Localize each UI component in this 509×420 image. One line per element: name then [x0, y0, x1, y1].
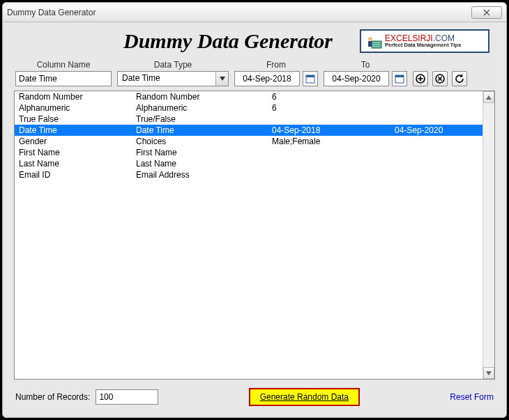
list-row[interactable]: Email IDEmail Address [15, 169, 494, 180]
window-title: Dummy Data Generator [7, 8, 471, 17]
list-cell-type: Random Number [136, 91, 272, 102]
scrollbar[interactable] [483, 91, 494, 379]
window: Dummy Data Generator Dummy Data Generato… [2, 2, 507, 418]
list-cell-type: True/False [136, 114, 272, 125]
app-title: Dummy Data Generator [96, 29, 360, 53]
list-cell-from: 6 [272, 91, 395, 102]
refresh-button[interactable] [452, 71, 467, 86]
logo: EXCELSIRJI.COM Perfect Data Management T… [360, 29, 489, 53]
logo-tagline: Perfect Data Management Tips [385, 42, 461, 48]
chevron-up-icon [486, 95, 492, 100]
column-name-input[interactable] [15, 71, 112, 86]
list-cell-to: 04-Sep-2020 [395, 125, 490, 136]
to-date-input[interactable] [324, 71, 389, 86]
list-cell-name: First Name [19, 147, 136, 158]
plus-circle-icon [416, 74, 425, 84]
list-cell-type: Alphanumeric [136, 102, 272, 114]
from-date-picker-button[interactable] [303, 71, 318, 86]
generate-wrap: Generate Random Data [164, 388, 444, 406]
combo-dropdown-button[interactable] [215, 72, 228, 86]
list-row[interactable]: Random NumberRandom Number6 [15, 91, 494, 102]
list-cell-from: 6 [272, 102, 395, 114]
x-circle-icon [435, 74, 445, 84]
list-cell-type: First Name [136, 147, 272, 158]
scrollbar-down-button[interactable] [483, 367, 494, 379]
logo-icon [365, 33, 382, 49]
rows-list[interactable]: Random NumberRandom Number6AlphanumericA… [14, 91, 495, 380]
num-records-label: Number of Records: [15, 392, 90, 402]
list-cell-to [395, 136, 490, 147]
from-label: From [234, 60, 318, 70]
svg-rect-7 [306, 75, 314, 77]
data-type-label: Data Type [117, 60, 229, 70]
generate-button[interactable]: Generate Random Data [249, 388, 360, 406]
list-row[interactable]: Date TimeDate Time04-Sep-201804-Sep-2020 [15, 125, 494, 136]
list-cell-type: Choices [136, 136, 272, 147]
scrollbar-track[interactable] [483, 103, 494, 367]
reset-link[interactable]: Reset Form [450, 392, 494, 402]
list-cell-to [395, 114, 490, 125]
svg-point-1 [368, 37, 372, 41]
action-buttons [413, 71, 467, 86]
list-cell-to [395, 147, 490, 158]
to-date-group [324, 71, 407, 86]
data-type-combo[interactable]: Date Time [117, 71, 229, 86]
svg-rect-15 [395, 75, 404, 77]
list-row[interactable]: AlphanumericAlphanumeric6 [15, 102, 494, 114]
inputs-row: Date Time [14, 71, 495, 91]
refresh-icon [455, 74, 464, 84]
list-cell-type: Last Name [136, 158, 272, 169]
header-row: Dummy Data Generator EXCELSIRJI.COM Perf… [14, 28, 495, 60]
list-cell-name: Gender [19, 136, 136, 147]
list-cell-name: Random Number [19, 91, 136, 102]
calendar-icon [395, 74, 404, 84]
remove-button[interactable] [432, 71, 448, 86]
list-row[interactable]: True FalseTrue/False [15, 114, 494, 125]
list-cell-from [272, 169, 395, 180]
column-name-label: Column Name [15, 60, 112, 70]
add-button[interactable] [413, 71, 428, 86]
list-cell-name: True False [19, 114, 136, 125]
titlebar: Dummy Data Generator [3, 3, 506, 22]
list-row[interactable]: GenderChoicesMale;Female [15, 136, 494, 147]
list-cell-name: Date Time [19, 125, 136, 136]
list-cell-name: Email ID [19, 169, 136, 180]
list-row[interactable]: Last NameLast Name [15, 158, 494, 169]
calendar-icon [305, 74, 315, 84]
list-cell-to [395, 169, 490, 180]
scrollbar-up-button[interactable] [483, 91, 494, 103]
close-icon [483, 9, 490, 16]
list-cell-type: Date Time [136, 125, 272, 136]
list-cell-from [272, 114, 395, 125]
list-cell-from [272, 158, 395, 169]
list-cell-from: Male;Female [272, 136, 395, 147]
list-cell-from: 04-Sep-2018 [272, 125, 395, 136]
num-records-input[interactable] [96, 389, 158, 405]
svg-rect-2 [368, 41, 372, 47]
list-cell-from [272, 147, 395, 158]
data-type-value: Date Time [118, 72, 215, 86]
list-cell-type: Email Address [136, 169, 272, 180]
to-date-picker-button[interactable] [392, 71, 407, 86]
column-labels-row: Column Name Data Type From To [14, 60, 495, 71]
chevron-down-icon [486, 371, 492, 375]
content-panel: Dummy Data Generator EXCELSIRJI.COM Perf… [3, 22, 506, 417]
list-cell-to [395, 158, 490, 169]
footer-row: Number of Records: Generate Random Data … [14, 380, 495, 409]
list-cell-to [395, 102, 490, 114]
from-date-group [234, 71, 318, 86]
from-date-input[interactable] [234, 71, 300, 86]
list-row[interactable]: First NameFirst Name [15, 147, 494, 158]
chevron-down-icon [220, 77, 225, 81]
list-cell-to [395, 91, 490, 102]
list-cell-name: Alphanumeric [19, 102, 136, 114]
logo-text: EXCELSIRJI.COM Perfect Data Management T… [385, 34, 461, 48]
close-button[interactable] [471, 6, 502, 19]
to-label: To [324, 60, 407, 70]
list-cell-name: Last Name [19, 158, 136, 169]
